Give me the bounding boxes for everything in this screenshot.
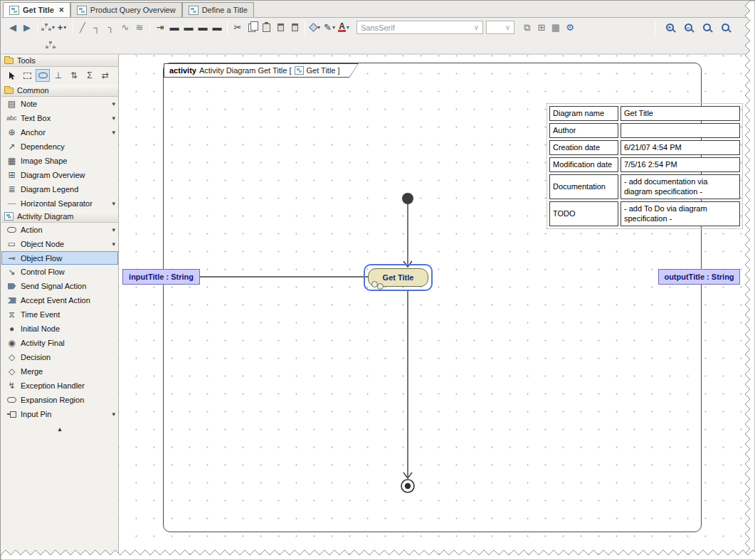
- align-tool-button[interactable]: ⊥: [51, 69, 65, 82]
- frame-title: Activity Diagram Get Title [: [199, 66, 292, 75]
- zoom-in-button[interactable]: +: [662, 21, 677, 35]
- palette-item-send-signal-action[interactable]: Send Signal Action: [1, 279, 118, 293]
- sort-tool-button[interactable]: Σ: [83, 69, 97, 82]
- palette-item-exception-handler[interactable]: ↯ Exception Handler: [1, 379, 118, 393]
- palette-item-diagram-legend[interactable]: ≣ Diagram Legend: [1, 182, 118, 196]
- rectilinear-path-button[interactable]: ┐: [90, 21, 104, 35]
- options-button[interactable]: ⚙: [563, 21, 577, 35]
- palette-collapse-button[interactable]: ▴: [1, 421, 118, 436]
- object-node-icon: ▭: [6, 239, 18, 249]
- spline-path-button[interactable]: ≋: [132, 21, 147, 35]
- palette-item-decision[interactable]: ◇ Decision: [1, 350, 118, 364]
- palette-section-tools[interactable]: Tools: [1, 55, 118, 67]
- palette-item-note[interactable]: ▤ Note ▾: [1, 97, 118, 111]
- add-element-button[interactable]: +▾: [55, 21, 69, 35]
- activity-diagram-icon: [9, 6, 19, 15]
- palette-item-dependency[interactable]: ↗ Dependency: [1, 139, 118, 154]
- activity-parameter-input[interactable]: inputTitle : String: [122, 269, 200, 285]
- copy-button[interactable]: [245, 21, 259, 35]
- palette-item-activity-final[interactable]: ◉ Activity Final: [1, 336, 118, 350]
- zoom-out-button[interactable]: −: [681, 21, 695, 35]
- format-tool-button-3[interactable]: ▬: [181, 21, 196, 35]
- format-tool-button-2[interactable]: ▬: [167, 21, 181, 35]
- format-tool-button-1[interactable]: ⇥: [153, 21, 167, 35]
- tab-label: Product Query Overview: [90, 6, 176, 14]
- palette-item-time-event[interactable]: ⧖ Time Event: [1, 307, 118, 322]
- swap-tool-button[interactable]: ⇄: [98, 69, 112, 82]
- table-icon: ▦: [551, 22, 560, 33]
- insert-table-button[interactable]: ⊞: [534, 21, 549, 35]
- activity-parameter-output[interactable]: outputTitle : String: [658, 269, 740, 285]
- line-color-button[interactable]: ✎▾: [322, 21, 337, 35]
- palette-item-image-shape[interactable]: ▦ Image Shape: [1, 154, 118, 168]
- cut-button[interactable]: ✂: [231, 21, 245, 35]
- oblique-path-button[interactable]: ╱: [75, 21, 90, 35]
- tab-label: Get Title: [23, 6, 54, 14]
- bar-icon: ▬: [199, 22, 208, 33]
- frame-title-end: Get Title ]: [307, 66, 340, 75]
- save-as-image-button[interactable]: ⧉: [520, 21, 534, 35]
- info-value-cell: 6/21/07 4:54 PM: [621, 140, 740, 155]
- palette-item-action[interactable]: Action ▾: [1, 223, 118, 237]
- containment-tree-button[interactable]: ▾: [41, 21, 55, 35]
- palette-item-object-node[interactable]: ▭ Object Node ▾: [1, 237, 118, 251]
- palette-item-expansion-region[interactable]: Expansion Region: [1, 393, 118, 407]
- structure-tree-button[interactable]: [43, 38, 57, 53]
- diagram-canvas[interactable]: activity Activity Diagram Get Title [ Ge…: [119, 54, 755, 560]
- back-button[interactable]: ◀: [6, 21, 20, 35]
- chevron-down-icon[interactable]: ▾: [112, 115, 115, 122]
- palette-section-activity-diagram[interactable]: Activity Diagram: [1, 211, 118, 223]
- flow-draw-tool-button[interactable]: [36, 69, 50, 82]
- copy-icon: [248, 23, 255, 32]
- chevron-down-icon[interactable]: ▾: [112, 200, 115, 207]
- frame-header[interactable]: activity Activity Diagram Get Title [ Ge…: [164, 64, 358, 77]
- palette-item-text-box[interactable]: abc Text Box ▾: [1, 111, 118, 125]
- format-tool-button-5[interactable]: ▬: [210, 21, 224, 35]
- palette-section-common[interactable]: Common: [1, 85, 118, 97]
- palette-item-merge[interactable]: ◇ Merge: [1, 364, 118, 379]
- tab-product-query-overview[interactable]: Product Query Overview: [70, 2, 182, 17]
- palette-item-accept-event-action[interactable]: Accept Event Action: [1, 293, 118, 307]
- palette-item-initial-node[interactable]: ● Initial Node: [1, 322, 118, 336]
- toolbar-separator: [305, 21, 305, 34]
- font-family-select[interactable]: SansSerif ∨: [357, 21, 483, 34]
- folder-icon: [4, 58, 14, 64]
- info-name-cell: Author: [549, 123, 618, 138]
- palette-item-anchor[interactable]: ⊕ Anchor ▾: [1, 125, 118, 139]
- chevron-down-icon: ▾: [332, 24, 335, 31]
- tab-get-title[interactable]: Get Title ×: [3, 2, 70, 17]
- zoom-reset-button[interactable]: [699, 21, 714, 35]
- diagram-info-table[interactable]: Diagram name Get Title Author Creation d…: [547, 103, 743, 229]
- palette-item-object-flow[interactable]: ⊸ Object Flow: [1, 251, 118, 265]
- palette-item-label: Decision: [21, 353, 51, 361]
- zoom-fit-button[interactable]: [718, 21, 732, 35]
- chevron-down-icon[interactable]: ▾: [112, 226, 115, 233]
- chevron-down-icon[interactable]: ▾: [112, 411, 115, 418]
- paste-button[interactable]: [259, 21, 273, 35]
- font-color-button[interactable]: A▾: [337, 21, 351, 35]
- select-tool-button[interactable]: [4, 69, 19, 82]
- tab-define-a-title[interactable]: Define a Title: [182, 2, 254, 17]
- fill-color-button[interactable]: ▾: [308, 21, 322, 35]
- chevron-down-icon[interactable]: ▾: [112, 100, 115, 107]
- rounded-path-button[interactable]: ╮: [104, 21, 118, 35]
- anchor-icon: ⊕: [6, 127, 18, 137]
- bezier-path-button[interactable]: ∿: [118, 21, 132, 35]
- chevron-down-icon[interactable]: ▾: [112, 129, 115, 136]
- delete-button[interactable]: [273, 21, 287, 35]
- forward-button[interactable]: ▶: [20, 21, 34, 35]
- activity-frame[interactable]: activity Activity Diagram Get Title [ Ge…: [163, 63, 702, 532]
- palette-item-horizontal-separator[interactable]: ---- Horizontal Separator ▾: [1, 196, 118, 211]
- distribute-tool-button[interactable]: ⇅: [67, 69, 81, 82]
- delete-from-model-button[interactable]: [287, 21, 302, 35]
- font-size-select[interactable]: ∨: [486, 21, 514, 34]
- chevron-down-icon[interactable]: ▾: [112, 241, 115, 248]
- close-icon[interactable]: ×: [59, 5, 64, 15]
- format-tool-button-4[interactable]: ▬: [196, 21, 210, 35]
- edit-table-button[interactable]: ▦: [549, 21, 563, 35]
- palette-item-diagram-overview[interactable]: ⊞ Diagram Overview: [1, 168, 118, 182]
- chevron-down-icon: ▾: [347, 24, 349, 31]
- marquee-tool-button[interactable]: [20, 69, 34, 82]
- palette-item-input-pin[interactable]: Input Pin ▾: [1, 407, 118, 421]
- palette-item-control-flow[interactable]: ↘ Control Flow: [1, 265, 118, 279]
